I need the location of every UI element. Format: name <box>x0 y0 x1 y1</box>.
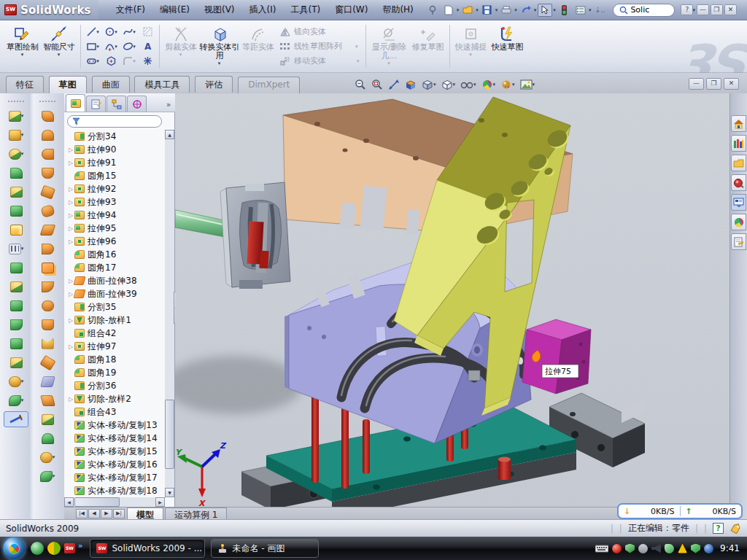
tab-mold-tools[interactable]: 模具工具 <box>134 76 190 93</box>
view-palette-icon[interactable] <box>731 194 746 211</box>
spline-tool-icon[interactable]: ▾ <box>4 392 28 408</box>
tree-item[interactable]: 圆角15 <box>64 169 165 182</box>
sketch-text-icon[interactable]: A <box>139 39 156 53</box>
vscroll-thumb[interactable] <box>165 400 174 469</box>
surface-tool-icon-9[interactable] <box>35 260 60 276</box>
print-icon[interactable] <box>499 4 514 17</box>
next-tab-icon[interactable]: ▶ <box>101 509 112 518</box>
quick-snaps-button[interactable]: 快速捕捉▾ <box>453 22 489 71</box>
surface-tool-icon-14[interactable] <box>35 354 60 370</box>
point-icon[interactable] <box>139 54 156 68</box>
tree-item[interactable]: ▷拉伸96 <box>64 235 165 248</box>
surface-tool-icon-17[interactable] <box>35 411 60 427</box>
view-orientation-icon[interactable]: ▾ <box>422 79 436 90</box>
dimxpert-manager-tab[interactable] <box>127 96 147 112</box>
appearances-icon[interactable] <box>731 214 746 230</box>
surface-spline-icon[interactable]: ▾ <box>35 468 60 484</box>
hide-show-items-icon[interactable]: ▾ <box>460 79 476 90</box>
feature-manager-tab[interactable] <box>66 94 85 112</box>
open-icon[interactable] <box>460 4 475 17</box>
tray-messenger-icon[interactable] <box>665 544 674 553</box>
view-settings-icon[interactable]: ▾ <box>481 79 496 90</box>
traffic-light-icon[interactable] <box>557 4 572 17</box>
tree-item[interactable]: 实体-移动/复制14 <box>64 432 165 445</box>
mold-tool-icon-6[interactable] <box>4 203 28 219</box>
tree-item[interactable]: 实体-移动/复制17 <box>64 471 165 484</box>
quicklaunch-solidworks-icon[interactable]: SW <box>64 543 75 553</box>
smart-dimension-button[interactable]: 智能尺寸▾ <box>41 22 77 71</box>
tray-warning-icon[interactable] <box>678 544 687 553</box>
design-library-icon[interactable] <box>731 135 746 152</box>
surface-tool-icon-4[interactable] <box>35 165 60 181</box>
viewport-3d[interactable]: X Y Z 拉伸75 <box>175 93 729 507</box>
quicklaunch-messenger-icon[interactable] <box>31 542 44 555</box>
tree-item[interactable]: ▷曲面-拉伸39 <box>64 287 165 300</box>
close-button[interactable]: ✕ <box>724 4 737 15</box>
tray-shield-plus-icon[interactable] <box>691 544 700 553</box>
model-tab[interactable]: 模型 <box>127 508 163 519</box>
display-style-icon[interactable]: ▾ <box>441 79 456 90</box>
tray-volume-icon[interactable] <box>651 544 661 553</box>
tree-item[interactable]: 组合43 <box>64 405 165 419</box>
file-explorer-icon[interactable] <box>731 155 746 171</box>
scroll-down-icon[interactable]: ▼ <box>165 488 174 497</box>
ellipse-icon[interactable]: ▾ <box>120 39 138 53</box>
surface-tool-icon-16[interactable] <box>35 392 60 408</box>
appearance-icon[interactable]: ⇣.. <box>592 4 607 17</box>
undo-icon[interactable] <box>519 4 533 17</box>
mold-tool-icon-1[interactable]: ▾ <box>4 108 28 124</box>
sketch-button[interactable]: 草图绘制▾ <box>4 22 41 71</box>
section-view-icon[interactable] <box>405 79 417 90</box>
sketch-fillet-icon[interactable]: ▾ <box>120 54 138 68</box>
circle-icon[interactable]: ▾ <box>102 25 120 39</box>
doc-restore-button[interactable]: ❐ <box>706 78 721 90</box>
repair-sketch-button[interactable]: 修复草图 <box>410 22 446 71</box>
search-box[interactable] <box>613 4 675 17</box>
menu-file[interactable]: 文件(F) <box>109 1 152 18</box>
tab-features[interactable]: 特征 <box>6 76 44 93</box>
select-icon[interactable] <box>538 4 552 17</box>
doc-close-button[interactable]: ✕ <box>724 78 739 90</box>
surface-tool-icon-5[interactable] <box>35 184 60 200</box>
move-copy-body-icon[interactable] <box>4 354 28 370</box>
mold-tool-icon-3[interactable]: ▾ <box>4 146 28 162</box>
tree-item[interactable]: 圆角18 <box>64 353 165 366</box>
solidworks-resources-icon[interactable] <box>731 115 746 132</box>
help-button[interactable]: ? <box>681 4 693 15</box>
status-help-button[interactable]: ? <box>713 523 724 534</box>
zoom-area-icon[interactable] <box>371 79 383 90</box>
line-icon[interactable]: ▾ <box>84 25 101 39</box>
body-tool-icon-5[interactable] <box>4 335 28 351</box>
edit-appearance-icon[interactable]: ▾ <box>500 79 515 90</box>
pin-icon[interactable] <box>425 4 440 17</box>
last-tab-icon[interactable]: ▶| <box>113 509 125 518</box>
menu-window[interactable]: 窗口(W) <box>328 1 375 18</box>
hscroll-thumb[interactable] <box>74 497 120 507</box>
mold-tool-icon-4[interactable] <box>4 165 28 181</box>
tree-item[interactable]: 圆角17 <box>64 261 165 274</box>
scroll-left-icon[interactable]: ◀ <box>64 497 74 507</box>
configuration-manager-tab[interactable] <box>107 96 126 112</box>
body-tool-icon-1[interactable] <box>4 260 28 276</box>
tree-item[interactable]: 分割36 <box>64 379 165 392</box>
tab-dimxpert[interactable]: DimXpert <box>238 77 300 93</box>
doc-minimize-button[interactable]: — <box>689 78 704 90</box>
body-tool-icon-4[interactable] <box>4 316 28 332</box>
menu-insert[interactable]: 插入(I) <box>242 1 284 18</box>
convert-entities-button[interactable]: 转换实体引用▾ <box>199 22 240 71</box>
save-icon[interactable] <box>480 4 495 17</box>
net-speed-monitor[interactable]: ↓ 0KB/S ↑ 0KB/S <box>617 503 743 519</box>
surface-star-icon[interactable]: ▾ <box>35 449 60 465</box>
minimize-button[interactable]: — <box>697 4 709 15</box>
tree-filter[interactable] <box>67 115 162 128</box>
property-manager-tab[interactable] <box>86 96 106 112</box>
surface-tool-icon-7[interactable] <box>35 222 60 238</box>
tab-sketch[interactable]: 草图 <box>49 76 87 93</box>
tree-hscrollbar[interactable]: ◀ ▶ <box>64 497 165 507</box>
sketch-star-icon[interactable]: ▾ <box>4 373 28 389</box>
scroll-up-icon[interactable]: ▲ <box>165 130 174 139</box>
polygon-icon[interactable] <box>102 54 120 68</box>
tray-security-green-icon[interactable] <box>625 544 635 553</box>
surface-tool-icon-11[interactable] <box>35 298 60 314</box>
panel-overflow-chevron[interactable]: » <box>166 101 174 112</box>
